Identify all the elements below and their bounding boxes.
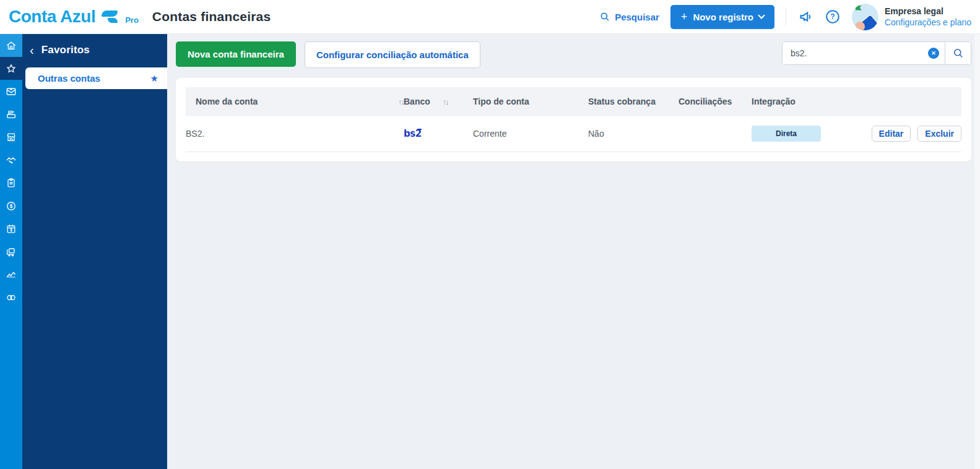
vertical-scrollbar[interactable] (974, 34, 980, 469)
actions-toolbar: Nova conta financeira Configurar concili… (176, 41, 971, 68)
sort-icon[interactable]: ↑↓ (398, 97, 404, 106)
sidebar-item-partners[interactable] (0, 148, 22, 171)
search-input[interactable] (783, 42, 945, 64)
help-button[interactable]: ? (825, 9, 841, 25)
svg-text:?: ? (830, 12, 835, 21)
avatar (852, 4, 878, 30)
clear-search-button[interactable]: ✕ (928, 48, 939, 59)
handshake-icon (5, 154, 17, 166)
account-type-cell: Corrente (473, 119, 588, 148)
help-icon: ? (825, 9, 841, 25)
sidebar-item-home[interactable] (0, 34, 22, 57)
clipboard-icon (5, 177, 17, 189)
main-content: Nova conta financeira Configurar concili… (167, 34, 980, 469)
reports-icon (5, 269, 17, 281)
favorites-back[interactable]: ‹ Favoritos (22, 34, 167, 64)
table-header-row: Nome da conta ↑↓ Banco ↑↓ Tipo de conta … (186, 87, 961, 116)
home-icon (5, 40, 17, 52)
pro-badge: Pro (125, 15, 139, 25)
favorites-panel: ‹ Favoritos Outras contas ★ (22, 34, 167, 469)
store-icon (5, 131, 17, 144)
inbox-icon (5, 85, 17, 98)
new-record-button[interactable]: + Novo registro (670, 5, 774, 29)
contaazul-leaf-icon (102, 11, 118, 23)
announcements-button[interactable] (797, 9, 813, 25)
table-row: BS2. bs2 Corrente Não Direta Editar Excl… (186, 116, 961, 152)
integration-badge: Direta (752, 126, 821, 142)
logo-wordmark: Conta Azul (9, 7, 95, 27)
sidebar-icon-rail: $ $ (0, 34, 22, 469)
megaphone-icon (797, 9, 813, 25)
delete-button[interactable]: Excluir (917, 126, 961, 142)
column-header-nome: Nome da conta (196, 97, 258, 106)
divider (786, 8, 786, 25)
column-header-status: Status cobrança (588, 87, 679, 116)
column-header-banco: Banco (404, 97, 430, 106)
configure-reconciliation-button[interactable]: Configurar conciliação automática (305, 41, 480, 68)
sidebar-item-store[interactable] (0, 126, 22, 148)
contaazul-logo[interactable]: Conta Azul Pro (9, 7, 139, 27)
column-header-conciliacoes: Conciliações (679, 87, 752, 116)
company-name: Empresa legal (885, 6, 971, 17)
sidebar-item-inventory[interactable] (0, 240, 22, 263)
search-icon (599, 11, 610, 22)
edit-button[interactable]: Editar (872, 126, 911, 142)
svg-text:$: $ (10, 228, 12, 233)
sidebar-item-money[interactable]: $ (0, 194, 22, 217)
money-icon: $ (5, 200, 17, 212)
sidebar-item-notes[interactable] (0, 171, 22, 194)
global-search-label: Pesquisar (615, 12, 659, 22)
sidebar-item-favorites[interactable] (0, 57, 22, 80)
cash-register-icon (5, 108, 17, 121)
new-record-label: Novo registro (693, 12, 753, 22)
column-header-tipo: Tipo de conta (473, 87, 588, 116)
settings-plan-link[interactable]: Configurações e plano (885, 17, 971, 28)
bs2-bank-logo: bs2 (404, 128, 422, 139)
search-submit-button[interactable] (945, 42, 971, 64)
sidebar-item-integrations[interactable] (0, 286, 22, 309)
column-header-integracao: Integração (752, 87, 849, 116)
new-financial-account-button[interactable]: Nova conta financeira (176, 41, 296, 67)
account-name-cell: BS2. (186, 119, 404, 148)
top-bar: Conta Azul Pro Contas financeiras Pesqui… (0, 0, 980, 34)
sidebar-item-outras-contas[interactable]: Outras contas ★ (25, 67, 167, 89)
star-icon (5, 62, 17, 75)
inventory-icon (5, 246, 17, 258)
accounts-table-card: Nome da conta ↑↓ Banco ↑↓ Tipo de conta … (176, 78, 971, 161)
conciliations-cell (679, 124, 752, 144)
billing-status-cell: Não (588, 119, 679, 148)
billing-calendar-icon: $ (5, 223, 17, 235)
sidebar-item-cash-register[interactable] (0, 103, 22, 126)
favorites-title: Favoritos (41, 44, 90, 56)
sort-icon[interactable]: ↑↓ (443, 97, 448, 106)
favorite-item-label: Outras contas (38, 73, 100, 84)
sidebar-item-inbox[interactable] (0, 80, 22, 103)
chevron-down-icon (758, 12, 765, 19)
table-search: ✕ (782, 41, 971, 65)
plus-icon: + (681, 12, 688, 21)
sidebar-item-billing[interactable]: $ (0, 217, 22, 240)
page-title: Contas financeiras (152, 9, 271, 24)
svg-text:$: $ (10, 202, 13, 209)
star-filled-icon[interactable]: ★ (150, 73, 158, 84)
search-icon (952, 47, 965, 59)
sidebar-item-reports[interactable] (0, 263, 22, 286)
chevron-left-icon: ‹ (30, 45, 34, 55)
global-search-button[interactable]: Pesquisar (599, 11, 659, 22)
account-menu[interactable]: Empresa legal Configurações e plano (852, 4, 971, 30)
link-icon (5, 291, 17, 304)
clear-icon: ✕ (931, 50, 936, 56)
